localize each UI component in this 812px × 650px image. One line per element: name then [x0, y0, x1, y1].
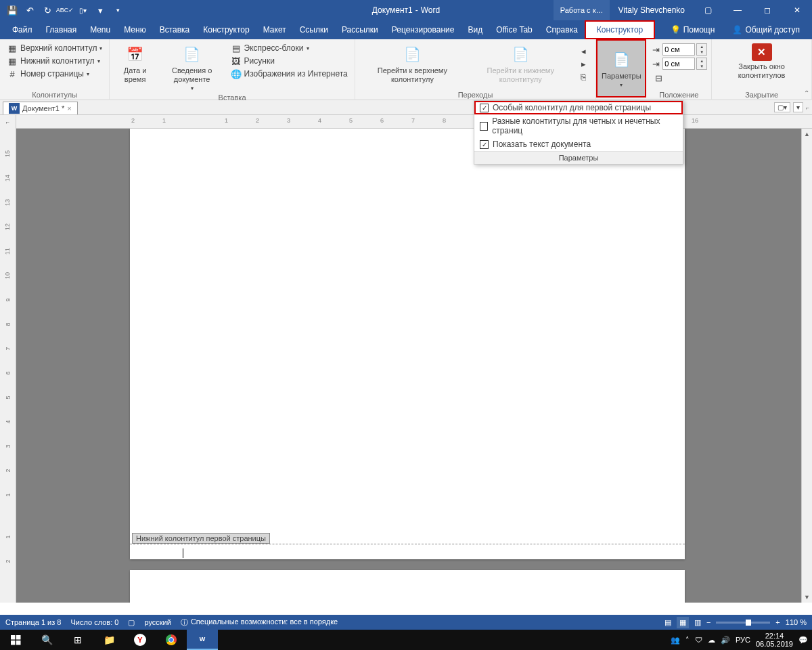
- footer-button[interactable]: ▦Нижний колонтитул▾: [4, 55, 105, 67]
- params-button[interactable]: 📄 Параметры ▾: [596, 39, 646, 98]
- touch-mode-button[interactable]: ▾: [92, 2, 108, 18]
- menu-constructor-active[interactable]: Конструктор: [585, 20, 655, 39]
- page-1[interactable]: Нижний колонтитул первой страницы: [130, 129, 685, 559]
- header-button[interactable]: ▦Верхний колонтитул▾: [4, 42, 105, 54]
- vertical-ruler[interactable]: 15141312111098765432112: [0, 129, 16, 603]
- view-web-button[interactable]: ▥: [694, 618, 701, 627]
- lightbulb-icon: 💡: [671, 25, 681, 35]
- menu-review[interactable]: Рецензирование: [385, 20, 461, 39]
- ruler-toggle[interactable]: ⌐: [806, 104, 809, 111]
- tb-explorer[interactable]: 📁: [93, 630, 125, 650]
- onlinepics-button[interactable]: 🌐Изображения из Интернета: [228, 68, 351, 80]
- view-print-button[interactable]: ▦: [677, 617, 689, 628]
- search-button[interactable]: 🔍: [31, 630, 62, 650]
- close-hf-button[interactable]: ✕ Закрыть окно колонтитулов: [716, 42, 807, 81]
- pictures-button[interactable]: 🖼Рисунки: [228, 55, 351, 67]
- menu-share[interactable]: 👤Общий доступ: [725, 20, 807, 39]
- datetime-button[interactable]: 📅Дата и время: [114, 42, 156, 85]
- tray-sound-icon[interactable]: 🔊: [721, 636, 730, 645]
- svg-rect-0: [11, 635, 16, 640]
- qat-customize-button[interactable]: ▾: [110, 2, 126, 18]
- align-tab-button[interactable]: ⊟: [650, 72, 707, 84]
- goto-header-button[interactable]: 📄Перейти к верхнему колонтитулу: [359, 42, 466, 85]
- menu-mailings[interactable]: Рассылки: [335, 20, 385, 39]
- dd-opt-show-text[interactable]: ✓ Показать текст документа: [474, 137, 683, 151]
- menu-menu2[interactable]: Меню: [117, 20, 152, 39]
- page-2[interactable]: [130, 570, 685, 603]
- express-button[interactable]: ▤Экспресс-блоки▾: [228, 42, 351, 54]
- zoom-thumb[interactable]: [746, 620, 751, 626]
- taskview-button[interactable]: ⊞: [62, 630, 93, 650]
- document-area: 15141312111098765432112 Нижний колонтиту…: [0, 129, 812, 603]
- footer-area[interactable]: [130, 544, 685, 544]
- view-read-button[interactable]: ▤: [664, 618, 671, 627]
- tray-up-icon[interactable]: ˄: [685, 636, 690, 645]
- chevron-down-icon: ▾: [99, 45, 102, 51]
- menu-insert[interactable]: Вставка: [153, 20, 197, 39]
- ruler-corner[interactable]: ⌐: [0, 115, 16, 129]
- tb-word[interactable]: W: [187, 630, 218, 650]
- tray-notifications-icon[interactable]: 💬: [798, 636, 808, 645]
- pagenum-button[interactable]: #Номер страницы▾: [4, 68, 105, 80]
- spin-down[interactable]: ▼: [697, 64, 706, 69]
- ribbon-collapse-button[interactable]: ⌃: [804, 89, 809, 97]
- tray-onedrive-icon[interactable]: ☁: [708, 636, 715, 645]
- scroll-track[interactable]: [802, 139, 812, 592]
- doc-name: Документ1: [372, 5, 413, 15]
- tray-defender-icon[interactable]: 🛡: [695, 636, 702, 644]
- doc-tab[interactable]: W Документ1 * ×: [3, 102, 78, 114]
- minimize-button[interactable]: —: [723, 0, 752, 20]
- menu-file[interactable]: Файл: [5, 20, 39, 39]
- status-lang[interactable]: русский: [144, 618, 171, 626]
- zoom-slider[interactable]: [716, 622, 770, 624]
- dd-opt-first-page[interactable]: ✓ Особый колонтитул для первой страницы: [474, 101, 683, 114]
- spellcheck-button[interactable]: ABC✓: [57, 2, 73, 18]
- user-name[interactable]: Vitaly Shevchenko: [610, 5, 693, 15]
- zoom-in-button[interactable]: +: [775, 618, 780, 626]
- scroll-up[interactable]: ▲: [802, 129, 812, 139]
- tray-clock[interactable]: 22:14 06.05.2019: [756, 632, 793, 648]
- tray-lang[interactable]: РУС: [736, 636, 750, 644]
- tray-people-icon[interactable]: 👥: [671, 636, 680, 645]
- menu-officetab[interactable]: Office Tab: [489, 20, 539, 39]
- contextual-tools-tab[interactable]: Работа с к…: [554, 0, 610, 20]
- undo-button[interactable]: ↶: [22, 2, 38, 18]
- ribbon-display-button[interactable]: ▢: [693, 0, 723, 20]
- spin-down[interactable]: ▼: [697, 49, 706, 55]
- menu-view[interactable]: Вид: [461, 20, 489, 39]
- doc-tab-close[interactable]: ×: [67, 104, 71, 112]
- start-button[interactable]: [0, 630, 31, 650]
- vertical-scrollbar[interactable]: ▲ ▼: [801, 129, 812, 603]
- menu-layout[interactable]: Макет: [256, 20, 293, 39]
- new-tab-button[interactable]: ▢▾: [774, 102, 790, 112]
- close-window-button[interactable]: ✕: [782, 0, 812, 20]
- menu-constructor[interactable]: Конструктор: [196, 20, 256, 39]
- position-top-input[interactable]: [662, 43, 695, 56]
- status-words[interactable]: Число слов: 0: [70, 618, 118, 626]
- status-page[interactable]: Страница 1 из 8: [5, 618, 61, 626]
- zoom-out-button[interactable]: −: [706, 618, 710, 626]
- menu-tell-me[interactable]: 💡Помощн: [664, 20, 722, 39]
- status-proof-icon[interactable]: ▢: [128, 618, 135, 627]
- tb-yandex[interactable]: Y: [125, 630, 156, 650]
- menu-refs[interactable]: Ссылки: [293, 20, 335, 39]
- save-button[interactable]: 💾: [4, 2, 20, 18]
- redo-button[interactable]: ↻: [39, 2, 55, 18]
- spin-up[interactable]: ▲: [697, 44, 706, 49]
- menu-help[interactable]: Справка: [539, 20, 585, 39]
- dd-opt-odd-even[interactable]: Разные колонтитулы для четных и нечетных…: [474, 114, 683, 137]
- tb-chrome[interactable]: [156, 630, 187, 650]
- zoom-label[interactable]: 110 %: [786, 618, 807, 626]
- docinfo-button[interactable]: 📄Сведения о документе▾: [159, 42, 225, 93]
- maximize-button[interactable]: ◻: [752, 0, 782, 20]
- spin-up[interactable]: ▲: [697, 58, 706, 64]
- status-access[interactable]: ⓘСпециальные возможности: все в порядке: [181, 618, 338, 628]
- menu-menu1[interactable]: Menu: [83, 20, 117, 39]
- scroll-down[interactable]: ▼: [802, 592, 812, 603]
- position-bottom-input[interactable]: [662, 58, 695, 70]
- tabs-more-button[interactable]: ▾: [793, 102, 803, 112]
- checkbox-icon: [480, 122, 488, 131]
- menu-home[interactable]: Главная: [39, 20, 84, 39]
- qat-more-button[interactable]: ▯▾: [74, 2, 91, 18]
- horizontal-ruler[interactable]: 2112345678910111213141516: [16, 115, 812, 129]
